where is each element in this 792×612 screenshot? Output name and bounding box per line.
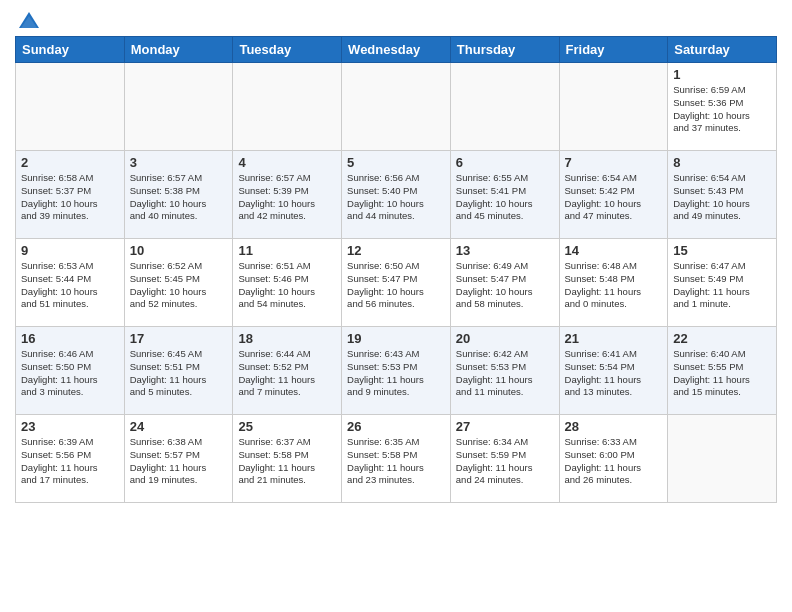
day-number: 10 [130, 243, 228, 258]
calendar-cell [16, 63, 125, 151]
day-info: Sunrise: 6:52 AM Sunset: 5:45 PM Dayligh… [130, 260, 228, 311]
calendar-cell [233, 63, 342, 151]
calendar-cell: 5Sunrise: 6:56 AM Sunset: 5:40 PM Daylig… [342, 151, 451, 239]
calendar-cell [450, 63, 559, 151]
day-info: Sunrise: 6:42 AM Sunset: 5:53 PM Dayligh… [456, 348, 554, 399]
day-info: Sunrise: 6:40 AM Sunset: 5:55 PM Dayligh… [673, 348, 771, 399]
day-number: 21 [565, 331, 663, 346]
day-info: Sunrise: 6:57 AM Sunset: 5:39 PM Dayligh… [238, 172, 336, 223]
day-info: Sunrise: 6:38 AM Sunset: 5:57 PM Dayligh… [130, 436, 228, 487]
weekday-header-tuesday: Tuesday [233, 37, 342, 63]
day-info: Sunrise: 6:48 AM Sunset: 5:48 PM Dayligh… [565, 260, 663, 311]
day-number: 20 [456, 331, 554, 346]
calendar-cell: 10Sunrise: 6:52 AM Sunset: 5:45 PM Dayli… [124, 239, 233, 327]
calendar-cell: 17Sunrise: 6:45 AM Sunset: 5:51 PM Dayli… [124, 327, 233, 415]
day-info: Sunrise: 6:37 AM Sunset: 5:58 PM Dayligh… [238, 436, 336, 487]
day-info: Sunrise: 6:51 AM Sunset: 5:46 PM Dayligh… [238, 260, 336, 311]
calendar-cell: 16Sunrise: 6:46 AM Sunset: 5:50 PM Dayli… [16, 327, 125, 415]
calendar-cell: 3Sunrise: 6:57 AM Sunset: 5:38 PM Daylig… [124, 151, 233, 239]
day-info: Sunrise: 6:44 AM Sunset: 5:52 PM Dayligh… [238, 348, 336, 399]
calendar-cell: 22Sunrise: 6:40 AM Sunset: 5:55 PM Dayli… [668, 327, 777, 415]
weekday-header-friday: Friday [559, 37, 668, 63]
calendar-cell: 18Sunrise: 6:44 AM Sunset: 5:52 PM Dayli… [233, 327, 342, 415]
calendar-table: SundayMondayTuesdayWednesdayThursdayFrid… [15, 36, 777, 503]
day-info: Sunrise: 6:41 AM Sunset: 5:54 PM Dayligh… [565, 348, 663, 399]
week-row-1: 1Sunrise: 6:59 AM Sunset: 5:36 PM Daylig… [16, 63, 777, 151]
weekday-header-thursday: Thursday [450, 37, 559, 63]
calendar-cell [668, 415, 777, 503]
calendar-cell: 2Sunrise: 6:58 AM Sunset: 5:37 PM Daylig… [16, 151, 125, 239]
day-info: Sunrise: 6:35 AM Sunset: 5:58 PM Dayligh… [347, 436, 445, 487]
day-number: 4 [238, 155, 336, 170]
day-info: Sunrise: 6:58 AM Sunset: 5:37 PM Dayligh… [21, 172, 119, 223]
weekday-header-sunday: Sunday [16, 37, 125, 63]
day-number: 14 [565, 243, 663, 258]
day-info: Sunrise: 6:39 AM Sunset: 5:56 PM Dayligh… [21, 436, 119, 487]
calendar-cell: 15Sunrise: 6:47 AM Sunset: 5:49 PM Dayli… [668, 239, 777, 327]
week-row-4: 16Sunrise: 6:46 AM Sunset: 5:50 PM Dayli… [16, 327, 777, 415]
calendar-cell: 12Sunrise: 6:50 AM Sunset: 5:47 PM Dayli… [342, 239, 451, 327]
day-number: 22 [673, 331, 771, 346]
calendar-cell: 19Sunrise: 6:43 AM Sunset: 5:53 PM Dayli… [342, 327, 451, 415]
day-number: 13 [456, 243, 554, 258]
day-info: Sunrise: 6:57 AM Sunset: 5:38 PM Dayligh… [130, 172, 228, 223]
header-area [15, 10, 777, 30]
day-number: 11 [238, 243, 336, 258]
day-number: 25 [238, 419, 336, 434]
day-number: 28 [565, 419, 663, 434]
calendar-cell [124, 63, 233, 151]
calendar-cell: 13Sunrise: 6:49 AM Sunset: 5:47 PM Dayli… [450, 239, 559, 327]
day-info: Sunrise: 6:43 AM Sunset: 5:53 PM Dayligh… [347, 348, 445, 399]
calendar-cell [559, 63, 668, 151]
week-row-2: 2Sunrise: 6:58 AM Sunset: 5:37 PM Daylig… [16, 151, 777, 239]
day-info: Sunrise: 6:46 AM Sunset: 5:50 PM Dayligh… [21, 348, 119, 399]
day-info: Sunrise: 6:45 AM Sunset: 5:51 PM Dayligh… [130, 348, 228, 399]
day-number: 12 [347, 243, 445, 258]
calendar-cell: 27Sunrise: 6:34 AM Sunset: 5:59 PM Dayli… [450, 415, 559, 503]
calendar-cell: 7Sunrise: 6:54 AM Sunset: 5:42 PM Daylig… [559, 151, 668, 239]
day-number: 5 [347, 155, 445, 170]
day-number: 18 [238, 331, 336, 346]
calendar-cell: 4Sunrise: 6:57 AM Sunset: 5:39 PM Daylig… [233, 151, 342, 239]
weekday-header-wednesday: Wednesday [342, 37, 451, 63]
day-number: 15 [673, 243, 771, 258]
day-number: 23 [21, 419, 119, 434]
calendar-cell: 20Sunrise: 6:42 AM Sunset: 5:53 PM Dayli… [450, 327, 559, 415]
day-info: Sunrise: 6:50 AM Sunset: 5:47 PM Dayligh… [347, 260, 445, 311]
weekday-header-saturday: Saturday [668, 37, 777, 63]
day-number: 16 [21, 331, 119, 346]
calendar-cell: 11Sunrise: 6:51 AM Sunset: 5:46 PM Dayli… [233, 239, 342, 327]
weekday-header-row: SundayMondayTuesdayWednesdayThursdayFrid… [16, 37, 777, 63]
calendar-cell: 21Sunrise: 6:41 AM Sunset: 5:54 PM Dayli… [559, 327, 668, 415]
day-info: Sunrise: 6:49 AM Sunset: 5:47 PM Dayligh… [456, 260, 554, 311]
calendar-cell: 28Sunrise: 6:33 AM Sunset: 6:00 PM Dayli… [559, 415, 668, 503]
day-info: Sunrise: 6:54 AM Sunset: 5:43 PM Dayligh… [673, 172, 771, 223]
calendar-cell: 23Sunrise: 6:39 AM Sunset: 5:56 PM Dayli… [16, 415, 125, 503]
day-number: 7 [565, 155, 663, 170]
day-number: 19 [347, 331, 445, 346]
calendar-cell: 8Sunrise: 6:54 AM Sunset: 5:43 PM Daylig… [668, 151, 777, 239]
day-number: 17 [130, 331, 228, 346]
day-info: Sunrise: 6:47 AM Sunset: 5:49 PM Dayligh… [673, 260, 771, 311]
weekday-header-monday: Monday [124, 37, 233, 63]
calendar-cell: 14Sunrise: 6:48 AM Sunset: 5:48 PM Dayli… [559, 239, 668, 327]
day-info: Sunrise: 6:56 AM Sunset: 5:40 PM Dayligh… [347, 172, 445, 223]
page: SundayMondayTuesdayWednesdayThursdayFrid… [0, 0, 792, 513]
calendar-cell: 24Sunrise: 6:38 AM Sunset: 5:57 PM Dayli… [124, 415, 233, 503]
logo [15, 10, 41, 30]
day-info: Sunrise: 6:55 AM Sunset: 5:41 PM Dayligh… [456, 172, 554, 223]
day-info: Sunrise: 6:34 AM Sunset: 5:59 PM Dayligh… [456, 436, 554, 487]
day-number: 3 [130, 155, 228, 170]
day-number: 27 [456, 419, 554, 434]
week-row-5: 23Sunrise: 6:39 AM Sunset: 5:56 PM Dayli… [16, 415, 777, 503]
day-number: 24 [130, 419, 228, 434]
day-number: 2 [21, 155, 119, 170]
calendar-cell: 9Sunrise: 6:53 AM Sunset: 5:44 PM Daylig… [16, 239, 125, 327]
calendar-cell: 26Sunrise: 6:35 AM Sunset: 5:58 PM Dayli… [342, 415, 451, 503]
calendar-cell [342, 63, 451, 151]
logo-icon [17, 10, 41, 34]
calendar-cell: 6Sunrise: 6:55 AM Sunset: 5:41 PM Daylig… [450, 151, 559, 239]
calendar-cell: 25Sunrise: 6:37 AM Sunset: 5:58 PM Dayli… [233, 415, 342, 503]
day-number: 1 [673, 67, 771, 82]
day-info: Sunrise: 6:53 AM Sunset: 5:44 PM Dayligh… [21, 260, 119, 311]
